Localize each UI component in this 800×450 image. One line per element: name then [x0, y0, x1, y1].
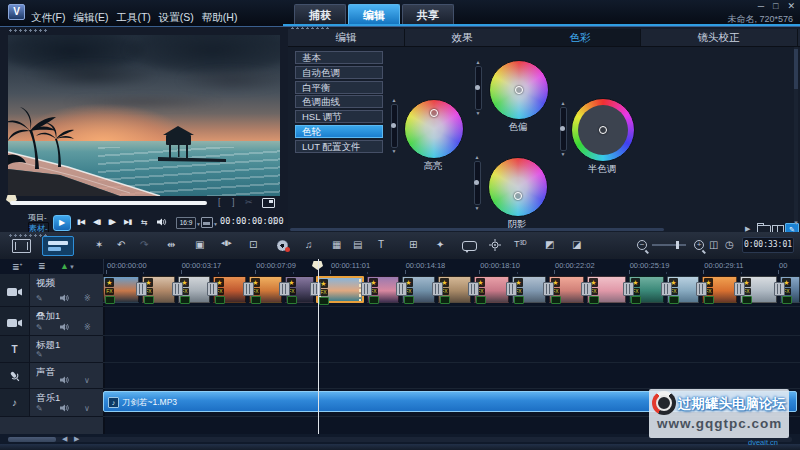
subtitle-icon[interactable] [462, 241, 477, 251]
video-clip-4[interactable]: ★FX [249, 276, 282, 303]
track-header-叠加1[interactable]: 叠加1✎※ [0, 307, 103, 336]
panel-tab-1[interactable]: 效果 [404, 29, 521, 46]
title-track-icon[interactable]: T [0, 336, 30, 362]
layers-edit-icon[interactable]: ◪ [572, 239, 581, 250]
audio-mixer-icon[interactable]: ♫ [305, 239, 313, 250]
transition-icon[interactable] [543, 282, 554, 296]
color-list-item-3[interactable]: 色调曲线 [295, 95, 383, 108]
mark-out-button[interactable]: ] [232, 197, 235, 207]
transition-icon[interactable] [172, 282, 183, 296]
transition-icon[interactable] [279, 282, 290, 296]
wheel-pointer[interactable] [599, 126, 607, 134]
scroll-left-arrow[interactable]: ◀ [62, 435, 67, 443]
subtitle-editor-icon[interactable]: T [378, 239, 384, 250]
menu-item-0[interactable]: 文件(F) [31, 11, 65, 25]
repeat-button[interactable]: ⇆ [141, 218, 148, 227]
zoom-in-icon[interactable]: + [694, 240, 704, 250]
video-clip-16[interactable]: ★FX [702, 276, 737, 303]
track-lane-声音[interactable] [103, 363, 800, 389]
panel-tab-0[interactable]: 编辑 [288, 29, 405, 46]
wheel-slider-0[interactable]: ▲▼ [388, 98, 400, 156]
color-wheel-0[interactable] [404, 99, 464, 159]
video-camera-icon[interactable] [0, 307, 30, 335]
scrub-bar[interactable] [10, 201, 207, 205]
pip-icon[interactable]: ▣ [195, 239, 204, 250]
video-clip-2[interactable]: ★FX [178, 276, 210, 303]
panel-vscrollbar[interactable] [794, 47, 798, 223]
transition-icon[interactable] [623, 282, 634, 296]
region-icon[interactable]: ⊡ [249, 239, 257, 250]
track-header-声音[interactable]: 声音∨ [0, 363, 103, 389]
doc-icon[interactable]: ▤ [353, 239, 362, 250]
trim-icon[interactable]: ⇹ [167, 239, 175, 250]
menu-item-2[interactable]: 工具(T) [116, 11, 150, 25]
menu-item-4[interactable]: 帮助(H) [202, 11, 238, 25]
video-clip-13[interactable]: ★FX [587, 276, 626, 303]
color-list-item-2[interactable]: 白平衡 [295, 81, 383, 94]
duration-timecode[interactable]: 0:00:33:01 [742, 237, 794, 253]
transition-icon[interactable] [581, 282, 592, 296]
wheel-pointer[interactable] [430, 109, 438, 117]
color-wheel-3[interactable] [571, 98, 635, 162]
mask-tool-icon[interactable] [201, 217, 213, 228]
track-list-icon[interactable]: ≣ [38, 261, 46, 271]
track-ripple-icon[interactable]: ※ [84, 294, 91, 303]
track-header-音乐1[interactable]: ♪音乐1✎∨ [0, 389, 103, 417]
track-manager-icon[interactable]: ≣+ [12, 261, 22, 272]
track-mute-icon[interactable] [60, 294, 69, 304]
transition-icon[interactable] [774, 282, 785, 296]
color-list-item-1[interactable]: 自动色调 [295, 66, 383, 79]
video-clip-12[interactable]: ★FX [549, 276, 584, 303]
transition-icon[interactable] [310, 282, 321, 296]
video-clip-10[interactable]: ★FX [474, 276, 509, 303]
transition-icon[interactable] [432, 282, 443, 296]
track-lane-视频[interactable]: ★FX★FX★FX★FX★FX★FX★FX★FX★FX★FX★FX★FX★FX★… [103, 274, 800, 307]
volume-icon[interactable] [157, 218, 167, 227]
video-clip-15[interactable]: ★FX [667, 276, 699, 303]
transition-icon[interactable] [207, 282, 218, 296]
transition-icon[interactable] [661, 282, 672, 296]
transition-icon[interactable] [696, 282, 707, 296]
track-lane-叠加1[interactable] [103, 307, 800, 336]
wheel-pointer[interactable] [514, 192, 522, 200]
track-edit-icon[interactable]: ✎ [36, 404, 43, 413]
video-clip-17[interactable]: ★FX [740, 276, 777, 303]
grid-icon[interactable]: ⊞ [409, 239, 417, 250]
timecode-spinner[interactable]: ▲▼ [272, 215, 276, 227]
color-list-item-4[interactable]: HSL 调节 [295, 110, 383, 123]
panel-drag-handle[interactable] [8, 29, 48, 32]
panel-tab-3[interactable]: 镜头校正 [640, 29, 798, 46]
tools-icon[interactable]: ✶ [95, 239, 103, 250]
aspect-ratio-select[interactable]: 16:9 [176, 217, 196, 229]
maximize-button[interactable]: □ [773, 1, 778, 11]
record-capture-icon[interactable] [277, 240, 288, 251]
zoom-slider[interactable] [652, 244, 686, 246]
add-track-icon[interactable]: ▲▼ [60, 261, 75, 271]
video-clip-8[interactable]: ★FX [402, 276, 435, 303]
transition-icon[interactable] [361, 282, 372, 296]
tracking-icon[interactable] [489, 239, 501, 251]
main-tab-0[interactable]: 捕获 [294, 4, 346, 25]
color-wheel-2[interactable] [488, 157, 548, 217]
motion-icon[interactable]: ✦ [436, 239, 444, 250]
track-lane-标题1[interactable] [103, 336, 800, 363]
panel-hscrollbar[interactable] [290, 228, 664, 231]
video-clip-14[interactable]: ★FX [629, 276, 664, 303]
video-clip-0[interactable]: ★FX [103, 276, 139, 303]
transition-icon[interactable] [734, 282, 745, 296]
next-frame-button[interactable]: ▮▶ [108, 218, 115, 226]
video-camera-icon[interactable] [0, 274, 30, 306]
track-mute-icon[interactable] [60, 404, 69, 414]
scroll-down-arrow[interactable]: ▼ [793, 220, 799, 226]
track-edit-icon[interactable]: ✎ [36, 294, 43, 303]
play-button[interactable]: ▶ [53, 215, 71, 231]
hscroll-thumb[interactable] [8, 437, 56, 442]
scroll-right-arrow[interactable]: ▶ [74, 435, 79, 443]
track-header-视频[interactable]: 视频✎※ [0, 274, 103, 307]
clock-icon[interactable]: ◷ [725, 239, 734, 250]
video-clip-11[interactable]: ★FX [512, 276, 546, 303]
menu-item-1[interactable]: 编辑(E) [73, 11, 108, 25]
wheel-slider-3[interactable]: ▲▼ [557, 101, 569, 159]
storyboard-view-icon[interactable] [12, 239, 31, 253]
color-wheel-1[interactable] [489, 60, 549, 120]
